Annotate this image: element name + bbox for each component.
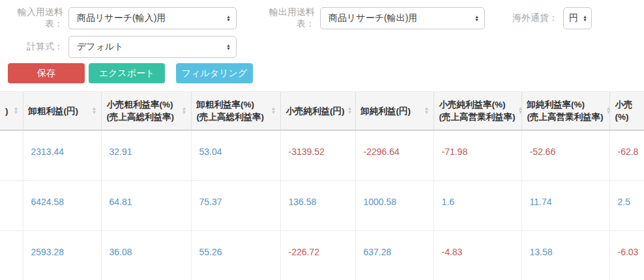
table-cell: 11.74 [521,181,609,231]
sort-icon: ▲▼ [182,107,187,115]
formula-label: 計算式： [0,41,63,53]
column-header-label: 卸純利益(円) [361,105,411,117]
table-cell [0,231,23,280]
table-cell: -226.72 [280,231,355,280]
column-header-3[interactable]: 卸粗利益率(%)(売上高総利益率)▲▼ [191,92,280,131]
field-export-shipping-table: 輸出用送料表： 商品リサーチ(輸出)用 ▲▼ [237,7,485,30]
formula-select[interactable]: デフォルト ▲▼ [68,36,237,58]
export-shipping-table-label: 輸出用送料表： [257,7,315,30]
table-cell: 1.6 [433,181,521,231]
cell-value: 75.37 [199,197,222,207]
table-cell: -2296.64 [355,130,433,181]
column-header-7[interactable]: 卸純利益率(%)(売上高営業利益率)▲▼ [521,92,609,131]
sort-icon: ▲▼ [271,107,276,115]
table-cell: 55.26 [191,231,280,280]
column-header-content: 小売粗利益率(%)(売上高総利益率)▲▼ [107,92,187,130]
table-cell: 36.08 [101,231,191,280]
column-header-content: 卸純利益率(%)(売上高営業利益率)▲▼ [527,92,606,130]
cell-value: 55.26 [199,247,222,257]
table-cell: 2.5 [609,181,644,231]
column-header-content: 小売(%)▲▼ [615,92,644,130]
cell-value: 36.08 [110,247,132,257]
table-cell: 32.91 [101,130,191,181]
results-table-container: )▲▼卸粗利益(円)▲▼小売粗利益率(%)(売上高総利益率)▲▼卸粗利益率(%)… [0,91,644,280]
export-shipping-table-select[interactable]: 商品リサーチ(輸出)用 ▲▼ [320,7,485,29]
cell-value: -4.83 [442,247,463,257]
column-header-label: 小売純利益率(%)(売上高営業利益率) [439,98,516,123]
form-row-2: 計算式： デフォルト ▲▼ [0,36,592,58]
import-shipping-table-value: 商品リサーチ(輸入)用 [77,12,166,24]
table-row: 2313.4432.9153.04-3139.52-2296.64-71.98-… [0,130,644,181]
import-shipping-table-label: 輸入用送料表： [0,7,63,30]
sort-icon: ▲▼ [92,107,97,115]
filter-button[interactable]: フィルタリング [176,63,253,83]
select-stepper-icon: ▲▼ [226,15,231,21]
table-cell [0,130,23,181]
select-stepper-icon: ▲▼ [475,15,479,21]
cell-value: -52.66 [530,147,556,157]
table-header-row: )▲▼卸粗利益(円)▲▼小売粗利益率(%)(売上高総利益率)▲▼卸粗利益率(%)… [0,92,644,131]
foreign-currency-select[interactable]: 円 ▲▼ [563,7,592,29]
column-header-label: 卸純利益率(%)(売上高営業利益率) [527,98,604,123]
cell-value: 1000.58 [364,197,397,207]
table-cell: -3139.52 [280,130,355,181]
table-cell: 13.58 [521,231,609,280]
cell-value: 11.74 [530,197,552,207]
formula-value: デフォルト [77,41,124,53]
foreign-currency-value: 円 [569,12,578,24]
select-stepper-icon: ▲▼ [226,44,231,50]
table-cell: -4.83 [433,231,521,280]
field-import-shipping-table: 輸入用送料表： 商品リサーチ(輸入)用 ▲▼ [0,7,237,30]
save-button[interactable]: 保存 [8,63,85,83]
table-cell: 2593.28 [23,231,101,280]
table-cell [0,181,23,231]
cell-value: 2593.28 [31,247,65,257]
cell-value: 6424.58 [31,197,65,207]
cell-value: 1.6 [442,197,454,207]
column-header-label: 小売純利益(円) [286,105,345,117]
cell-value: -62.8 [618,147,639,157]
sort-icon: ▲▼ [518,107,523,115]
field-formula: 計算式： デフォルト ▲▼ [0,36,237,58]
cell-value: -226.72 [289,247,319,257]
column-header-label: 卸粗利益率(%)(売上高総利益率) [197,98,265,123]
column-header-content: 卸純利益(円)▲▼ [361,92,430,130]
table-cell: 2313.44 [23,130,101,181]
cell-value: 637.28 [364,247,392,257]
cell-value: 136.58 [289,197,317,207]
column-header-label: ) [5,105,8,117]
column-header-content: 小売純利益率(%)(売上高営業利益率)▲▼ [439,92,518,130]
column-header-label: 小売(%) [615,98,633,123]
table-cell: 64.81 [101,181,191,231]
column-header-5[interactable]: 卸純利益(円)▲▼ [355,92,433,131]
table-row: 6424.5864.8175.37136.581000.581.611.742.… [0,181,644,231]
table-row: 2593.2836.0855.26-226.72637.28-4.8313.58… [0,231,644,280]
table-cell: -52.66 [521,130,609,181]
field-foreign-currency: 海外通貨： 円 ▲▼ [485,7,592,29]
cell-value: 13.58 [530,247,553,257]
column-header-4[interactable]: 小売純利益(円)▲▼ [280,92,355,131]
column-header-0[interactable]: )▲▼ [0,92,23,131]
sort-icon: ▲▼ [14,107,19,115]
column-header-content: 卸粗利益率(%)(売上高総利益率)▲▼ [197,92,276,130]
cell-value: -71.98 [442,147,468,157]
settings-form: 輸入用送料表： 商品リサーチ(輸入)用 ▲▼ 輸出用送料表： 商品リサーチ(輸出… [0,7,592,58]
export-button[interactable]: エクスポート [89,63,165,83]
sort-icon: ▲▼ [606,107,611,115]
table-cell: 75.37 [191,181,280,231]
column-header-6[interactable]: 小売純利益率(%)(売上高営業利益率)▲▼ [433,92,521,131]
toolbar: 保存 エクスポート フィルタリング [8,63,253,83]
table-cell: 136.58 [280,181,355,231]
results-table: )▲▼卸粗利益(円)▲▼小売粗利益率(%)(売上高総利益率)▲▼卸粗利益率(%)… [0,91,644,280]
import-shipping-table-select[interactable]: 商品リサーチ(輸入)用 ▲▼ [68,7,237,29]
table-cell: 637.28 [355,231,433,280]
column-header-1[interactable]: 卸粗利益(円)▲▼ [23,92,101,131]
table-cell: 1000.58 [355,181,433,231]
table-cell: -71.98 [433,130,521,181]
cell-value: 64.81 [110,197,132,207]
sort-icon: ▲▼ [424,107,430,115]
foreign-currency-label: 海外通貨： [507,12,558,24]
column-header-8[interactable]: 小売(%)▲▼ [609,92,644,131]
cell-value: 32.91 [110,147,132,157]
column-header-2[interactable]: 小売粗利益率(%)(売上高総利益率)▲▼ [101,92,191,131]
